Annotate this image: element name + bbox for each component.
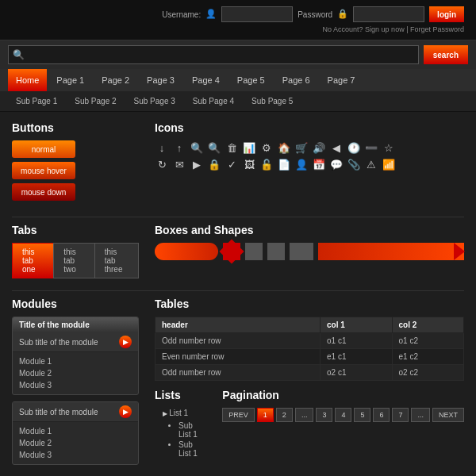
refresh-icon[interactable]: ↻: [155, 157, 169, 171]
module-2-item-1[interactable]: Module 1: [19, 425, 132, 437]
module-1-item-3[interactable]: Module 3: [19, 379, 132, 391]
check-icon[interactable]: ✓: [225, 157, 239, 171]
next-button[interactable]: NEXT: [432, 408, 464, 422]
module-1-item-1[interactable]: Module 1: [19, 355, 132, 367]
gear-icon[interactable]: ⚙: [259, 140, 274, 155]
sub-nav-item-1[interactable]: Sub Page 1: [8, 94, 65, 109]
tabs-section: Tabs this tab one this tab two this tab …: [12, 224, 139, 278]
list-main: List 1 Sub List 1 Sub List 1: [155, 408, 206, 459]
trash-icon[interactable]: 🗑: [225, 140, 239, 155]
module-1-arrow[interactable]: ▶: [119, 336, 132, 348]
sub-nav-item-4[interactable]: Sub Page 4: [185, 94, 242, 109]
nav-item-page2[interactable]: Page 2: [94, 69, 137, 91]
prev-button[interactable]: PREV: [222, 408, 255, 422]
module-1-item-2[interactable]: Module 2: [19, 367, 132, 379]
login-button[interactable]: login: [429, 6, 464, 22]
row-c2: e1 c2: [392, 349, 463, 365]
page-7-button[interactable]: 7: [392, 408, 409, 422]
sub-nav-item-3[interactable]: Sub Page 3: [126, 94, 183, 109]
lists-title: Lists: [155, 389, 206, 401]
warning-icon[interactable]: ⚠: [364, 157, 378, 171]
sound-icon[interactable]: 🔊: [312, 140, 326, 155]
row-label: Odd number row: [155, 365, 321, 381]
chart-icon[interactable]: 📊: [242, 140, 256, 155]
tables-section: Tables header col 1 col 2 Odd number row…: [155, 298, 464, 471]
arrow-down-icon[interactable]: ↓: [155, 140, 169, 155]
lock-icon: [337, 9, 348, 20]
page-3-button[interactable]: 3: [316, 408, 332, 422]
page-5-button[interactable]: 5: [354, 408, 370, 422]
clock-icon[interactable]: 🕐: [347, 140, 361, 155]
sub-nav-item-2[interactable]: Sub Page 2: [67, 94, 124, 109]
password-input[interactable]: [353, 6, 424, 22]
arrow-up-icon[interactable]: ↑: [172, 140, 186, 155]
nav-item-page3[interactable]: Page 3: [139, 69, 182, 91]
user-icon: [205, 9, 217, 20]
tabs-row: this tab one this tab two this tab three: [12, 243, 139, 278]
search-input-wrap[interactable]: 🔍: [8, 45, 419, 64]
login-fields: Username: Password login: [162, 6, 464, 22]
table-row: Odd number row o2 c1 o2 c2: [155, 365, 464, 381]
module-2-sub-header: Sub title of the module ▶: [13, 402, 138, 422]
nav-item-page7[interactable]: Page 7: [320, 69, 363, 91]
btn-down-row: mouse down: [12, 183, 139, 201]
play-left-icon[interactable]: ◀: [329, 140, 344, 155]
module-2-item-2[interactable]: Module 2: [19, 437, 132, 449]
shape-rect-2: [267, 243, 285, 260]
search-sm-icon[interactable]: 🔍: [190, 140, 204, 155]
list-item-1: List 1 Sub List 1 Sub List 1: [163, 408, 206, 459]
tab-one[interactable]: this tab one: [12, 243, 53, 278]
nav-item-page6[interactable]: Page 6: [274, 69, 318, 91]
document-icon[interactable]: 📄: [277, 157, 291, 171]
nav-item-page5[interactable]: Page 5: [229, 69, 273, 91]
row-c2: o2 c2: [392, 365, 463, 381]
page-2-button[interactable]: 2: [276, 408, 293, 422]
main-nav: Home Page 1 Page 2 Page 3 Page 4 Page 5 …: [0, 69, 476, 91]
sub-nav: Sub Page 1 Sub Page 2 Sub Page 3 Sub Pag…: [0, 91, 476, 112]
rss-icon[interactable]: 📶: [382, 157, 396, 171]
calendar-icon[interactable]: 📅: [312, 157, 326, 171]
pagination: PREV 1 2 ... 3 4 5 6 7 ... NEXT: [222, 408, 464, 422]
user-icon-sm[interactable]: 👤: [294, 157, 309, 171]
lists-section: Lists List 1 Sub List 1 Sub List 1: [155, 389, 206, 459]
paperclip-icon[interactable]: 📎: [347, 157, 361, 171]
page-6-button[interactable]: 6: [373, 408, 390, 422]
row-c1: o2 c1: [321, 365, 392, 381]
row-c1: o1 c1: [321, 333, 392, 349]
play-icon[interactable]: ▶: [190, 157, 204, 171]
search-lg-icon[interactable]: 🔍: [207, 140, 221, 155]
lists-pagination-row: Lists List 1 Sub List 1 Sub List 1 Pagin…: [155, 389, 464, 459]
cart-icon[interactable]: 🛒: [294, 140, 309, 155]
page-1-button[interactable]: 1: [257, 408, 274, 422]
tab-three[interactable]: this tab three: [94, 243, 139, 278]
nav-item-home[interactable]: Home: [8, 69, 47, 91]
page-4-button[interactable]: 4: [335, 408, 351, 422]
module-2-item-3[interactable]: Module 3: [19, 449, 132, 461]
minus-icon[interactable]: ➖: [364, 140, 378, 155]
normal-button[interactable]: normal: [12, 140, 75, 158]
star-icon[interactable]: ☆: [382, 140, 396, 155]
email-icon[interactable]: ✉: [172, 157, 186, 171]
shape-rect-1: [245, 243, 263, 260]
image-icon[interactable]: 🖼: [242, 157, 256, 171]
col-header: header: [155, 317, 321, 333]
search-button[interactable]: search: [424, 45, 468, 64]
chat-icon[interactable]: 💬: [329, 157, 344, 171]
page-sep-2: ...: [411, 408, 430, 422]
down-button[interactable]: mouse down: [12, 183, 75, 201]
tab-two[interactable]: this tab two: [53, 243, 94, 278]
icons-row-1: ↓ ↑ 🔍 🔍 🗑 📊 ⚙ 🏠 🛒 🔊 ◀ 🕐 ➖ ☆: [155, 140, 464, 155]
search-input[interactable]: [27, 50, 414, 60]
nav-item-page4[interactable]: Page 4: [184, 69, 228, 91]
home-icon[interactable]: 🏠: [277, 140, 291, 155]
module-2-arrow[interactable]: ▶: [119, 405, 132, 418]
tables-title: Tables: [155, 298, 464, 310]
nav-item-page1[interactable]: Page 1: [48, 69, 92, 91]
hover-button[interactable]: mouse hover: [12, 162, 75, 179]
sub-nav-item-5[interactable]: Sub Page 5: [244, 94, 301, 109]
username-input[interactable]: [221, 6, 293, 22]
lock-closed-icon[interactable]: 🔒: [207, 157, 221, 171]
shape-arrow: [318, 243, 464, 260]
icons-title: Icons: [155, 121, 464, 134]
lock-open-icon[interactable]: 🔓: [259, 157, 274, 171]
